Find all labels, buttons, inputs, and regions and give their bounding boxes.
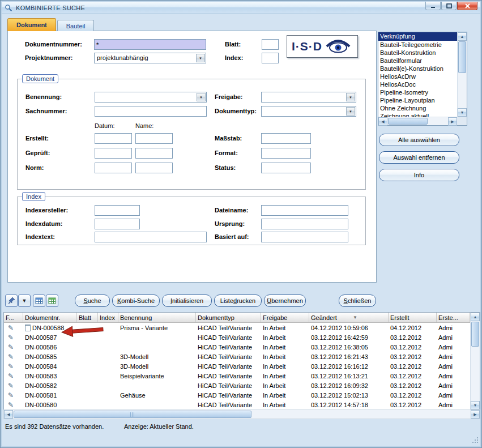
scroll-left-button[interactable]: ◀: [378, 117, 387, 126]
scroll-up-button[interactable]: ▲: [458, 32, 467, 41]
erstellt-datum-input[interactable]: [95, 133, 132, 144]
link-list-item[interactable]: Bauteilformular: [378, 57, 457, 65]
alle-auswaehlen-button[interactable]: Alle auswählen: [379, 134, 459, 146]
link-list-item[interactable]: Pipeline-Layoutplan: [378, 96, 457, 104]
column-header-benennung[interactable]: Benennung: [118, 313, 196, 322]
pin-button[interactable]: [5, 295, 18, 307]
column-header-dokumentnr[interactable]: Dokumentnr.: [23, 313, 77, 322]
link-list-vscrollbar[interactable]: ▲ ▼: [457, 32, 467, 117]
column-header-freigabe[interactable]: Freigabe: [261, 313, 309, 322]
results-hscrollbar[interactable]: ◀ ▶: [3, 409, 480, 419]
scroll-right-button[interactable]: ▶: [448, 117, 457, 126]
erstellt-name-input[interactable]: [135, 133, 173, 144]
table-row[interactable]: ✎DN-000586HiCAD Teil/VarianteIn Arbeit03…: [4, 342, 470, 352]
link-list-item[interactable]: Bauteil(e)-Konstruktion: [378, 65, 457, 72]
maximize-button[interactable]: [441, 2, 457, 10]
table-row[interactable]: ✎DN-000581GehäuseHiCAD Teil/VarianteIn A…: [4, 390, 470, 400]
scroll-up-button[interactable]: ▲: [471, 313, 480, 321]
cell-text: Prisma - Variante: [120, 325, 168, 331]
dokumenttyp-combo[interactable]: ▼: [261, 106, 356, 117]
scroll-down-button[interactable]: ▼: [458, 108, 467, 117]
indexersteller-input[interactable]: [95, 205, 140, 216]
massstab-input[interactable]: [261, 133, 311, 144]
index-input[interactable]: [262, 53, 279, 63]
results-vscrollbar[interactable]: ▲ ▼: [470, 313, 480, 409]
status-input[interactable]: [261, 163, 311, 173]
link-list-item[interactable]: HeliosAcDrw: [378, 72, 457, 80]
filter-button[interactable]: ▼: [18, 295, 31, 307]
toolbar-button-suche[interactable]: Suche: [75, 295, 110, 307]
table-row[interactable]: ✎DN-000582HiCAD Teil/VarianteIn Arbeit03…: [4, 381, 470, 390]
format-input[interactable]: [261, 148, 311, 159]
dropdown-arrow-icon[interactable]: ▼: [197, 93, 206, 101]
hscroll-thumb[interactable]: [388, 118, 428, 125]
toolbar-button-übernehmen[interactable]: Übernehmen: [264, 295, 306, 307]
toolbar-button-kombi-suche[interactable]: Kombi-Suche: [112, 295, 160, 307]
hscroll-track[interactable]: [387, 117, 448, 125]
vscroll-thumb[interactable]: [471, 322, 479, 347]
scroll-right-button[interactable]: ▶: [471, 410, 480, 419]
dokumentnummer-input[interactable]: [94, 39, 206, 50]
titlebar[interactable]: KOMBINIERTE SUCHE: [2, 2, 480, 14]
dropdown-arrow-icon[interactable]: ▼: [346, 107, 355, 116]
link-list-item[interactable]: Zeichnung aktuell: [378, 112, 457, 117]
column-header-flags[interactable]: F...: [4, 313, 23, 322]
table-row[interactable]: ✎DN-0005843D-ModellHiCAD Teil/VarianteIn…: [4, 361, 470, 371]
sachnummer-input[interactable]: [95, 106, 207, 117]
vscroll-track[interactable]: [458, 41, 467, 108]
toolbar-button-initialisieren[interactable]: Initialisieren: [162, 295, 212, 307]
projektnummer-combo[interactable]: projektunabhängig ▼: [94, 53, 206, 63]
norm-name-input[interactable]: [135, 163, 173, 173]
freigabe-combo[interactable]: ▼: [261, 92, 356, 103]
norm-datum-input[interactable]: [95, 163, 132, 173]
table-row[interactable]: ✎DN-000580HiCAD Teil/VarianteIn Arbeit03…: [4, 400, 470, 409]
resize-grip[interactable]: [472, 437, 479, 445]
vscroll-track[interactable]: [471, 321, 480, 401]
minimize-button[interactable]: [425, 2, 441, 10]
geprueft-name-input[interactable]: [135, 148, 173, 159]
link-list-hscrollbar[interactable]: ◀ ▶: [378, 117, 467, 125]
geprueft-datum-input[interactable]: [95, 148, 132, 159]
cell-erstellt: 03.12.2012: [389, 400, 437, 409]
column-header-index[interactable]: Index: [98, 313, 118, 322]
toolbar-button-schließen[interactable]: Schließen: [339, 295, 376, 307]
column-header-geaendert[interactable]: Geändert▼: [309, 313, 389, 322]
basiert-auf-input[interactable]: [261, 232, 348, 242]
link-list-item[interactable]: Bauteil-Konstruktion: [378, 49, 457, 57]
column-header-ersteller[interactable]: Erste...: [437, 313, 470, 322]
table-row[interactable]: ✎DN-0005853D-ModellHiCAD Teil/VarianteIn…: [4, 352, 470, 361]
scroll-down-button[interactable]: ▼: [471, 401, 480, 409]
ursprung-input[interactable]: [261, 219, 348, 229]
tab-dokument[interactable]: Dokument: [7, 18, 56, 31]
hscroll-track[interactable]: [13, 410, 471, 419]
column-header-dokumenttyp[interactable]: Dokumenttyp: [196, 313, 261, 322]
toolbar-button-liste-drucken[interactable]: Liste drucken: [214, 295, 262, 307]
indextext-input[interactable]: [95, 232, 207, 242]
grid-export-button[interactable]: [46, 295, 58, 307]
massstab-label: Maßstab:: [215, 135, 242, 142]
column-header-erstellt[interactable]: Erstellt: [389, 313, 437, 322]
info-button[interactable]: Info: [379, 169, 459, 181]
hscroll-thumb[interactable]: [14, 411, 251, 418]
cell-ersteller: Admi: [437, 381, 470, 390]
close-button[interactable]: [457, 2, 477, 10]
grid-view-button[interactable]: [33, 295, 45, 307]
link-list-item[interactable]: Pipeline-Isometry: [378, 88, 457, 96]
table-row[interactable]: ✎DN-000583BeispielvarianteHiCAD Teil/Var…: [4, 371, 470, 381]
blatt-input[interactable]: [262, 39, 279, 50]
dateiname-input[interactable]: [261, 205, 348, 216]
dropdown-arrow-icon[interactable]: ▼: [196, 54, 205, 62]
column-header-blatt[interactable]: Blatt: [77, 313, 98, 322]
tab-bauteil[interactable]: Bauteil: [57, 20, 95, 31]
link-list-item[interactable]: HeliosAcDoc: [378, 80, 457, 88]
cell-dokumentnr: DN-000585: [23, 352, 77, 361]
benennung-combo[interactable]: ▼: [95, 92, 207, 103]
auswahl-entfernen-button[interactable]: Auswahl entfernen: [379, 151, 459, 164]
link-list-item[interactable]: Ohne Zeichnung: [378, 104, 457, 112]
vscroll-thumb[interactable]: [458, 41, 466, 73]
scroll-left-button[interactable]: ◀: [4, 410, 13, 419]
dropdown-arrow-icon[interactable]: ▼: [346, 93, 355, 101]
link-list-item[interactable]: Bauteil-Teilegeometrie: [378, 41, 457, 49]
indexdatum-input[interactable]: [95, 219, 140, 229]
isd-eye-icon: [326, 39, 351, 54]
